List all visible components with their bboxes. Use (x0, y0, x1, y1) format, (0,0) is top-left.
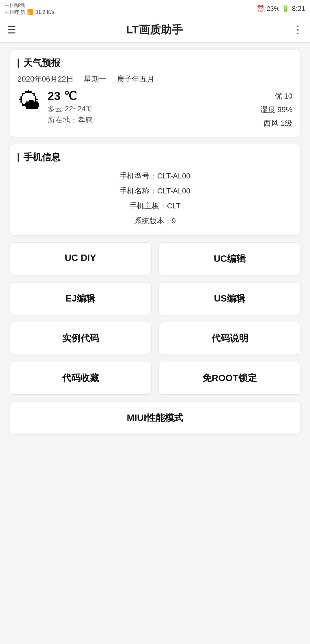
battery-label: 23% (267, 5, 279, 12)
weather-quality: 优 10 (260, 89, 292, 103)
wifi-speed: 31.2 K/s (35, 9, 54, 15)
phone-board: 手机主板：CLT (18, 198, 292, 213)
weather-date: 2020年06月22日 (18, 75, 74, 83)
phone-info-content: 手机型号：CLT-AL00 手机名称：CLT-AL00 手机主板：CLT 系统版… (18, 168, 292, 228)
carrier-info: 中国移动 中国电信 📶 31.2 K/s (5, 2, 54, 16)
weather-extra-info: 优 10 湿度 99% 西风 1级 (260, 89, 292, 130)
battery-icon: 🔋 (282, 5, 290, 12)
weather-temp: 23 ℃ (48, 89, 253, 103)
weather-humidity: 湿度 99% (260, 103, 292, 116)
code-desc-button[interactable]: 代码说明 (158, 322, 301, 355)
weather-icon: 🌤 (18, 89, 41, 112)
us-edit-button[interactable]: US编辑 (158, 282, 301, 315)
status-right-area: ⏰ 23% 🔋 8:21 (257, 5, 305, 13)
phone-model: 手机型号：CLT-AL00 (18, 168, 292, 183)
weather-calendar: 庚子年五月 (117, 75, 154, 83)
weather-wind: 西风 1级 (260, 116, 292, 130)
carrier1-label: 中国移动 (5, 2, 54, 9)
more-icon[interactable]: ⋮ (293, 24, 303, 36)
alarm-icon: ⏰ (257, 5, 264, 12)
carrier2-label: 中国电信 (5, 9, 25, 16)
phone-version: 系统版本：9 (18, 213, 292, 228)
uc-edit-button[interactable]: UC编辑 (158, 242, 301, 275)
main-content: 天气预报 2020年06月22日 星期一 庚子年五月 🌤 23 ℃ 多云 22~… (0, 43, 310, 441)
no-root-lock-button[interactable]: 免ROOT锁定 (158, 362, 301, 395)
ej-edit-button[interactable]: EJ编辑 (9, 282, 152, 315)
title-bar-icon2 (18, 153, 19, 162)
weather-location: 所在地：孝感 (48, 115, 253, 125)
phone-title: 手机信息 (18, 151, 292, 164)
uc-diy-button[interactable]: UC DIY (9, 242, 152, 275)
signal-area: 中国电信 📶 31.2 K/s (5, 9, 54, 16)
weather-description: 多云 22~24℃ (48, 104, 253, 114)
weather-weekday: 星期一 (84, 75, 107, 83)
toolbar: ☰ LT画质助手 ⋮ (0, 17, 310, 43)
weather-title: 天气预报 (18, 57, 292, 69)
weather-main-area: 🌤 23 ℃ 多云 22~24℃ 所在地：孝感 优 10 湿度 99% 西风 1… (18, 89, 292, 130)
buttons-grid: UC DIY UC编辑 EJ编辑 US编辑 实例代码 代码说明 代码收藏 免RO… (9, 242, 301, 434)
code-fav-button[interactable]: 代码收藏 (9, 362, 152, 395)
weather-info-area: 23 ℃ 多云 22~24℃ 所在地：孝感 (48, 89, 253, 125)
miui-mode-button[interactable]: MIUI性能模式 (9, 402, 301, 434)
time-label: 8:21 (292, 5, 305, 13)
phone-info-card: 手机信息 手机型号：CLT-AL00 手机名称：CLT-AL00 手机主板：CL… (9, 144, 301, 236)
menu-icon[interactable]: ☰ (7, 24, 16, 36)
signal-icons: 📶 (27, 9, 33, 15)
title-bar-icon (18, 59, 19, 68)
example-code-button[interactable]: 实例代码 (9, 322, 152, 355)
weather-date-row: 2020年06月22日 星期一 庚子年五月 (18, 74, 292, 84)
status-bar: 中国移动 中国电信 📶 31.2 K/s ⏰ 23% 🔋 8:21 (0, 0, 310, 17)
phone-name: 手机名称：CLT-AL00 (18, 183, 292, 198)
weather-card: 天气预报 2020年06月22日 星期一 庚子年五月 🌤 23 ℃ 多云 22~… (9, 50, 301, 137)
app-title: LT画质助手 (126, 22, 183, 37)
